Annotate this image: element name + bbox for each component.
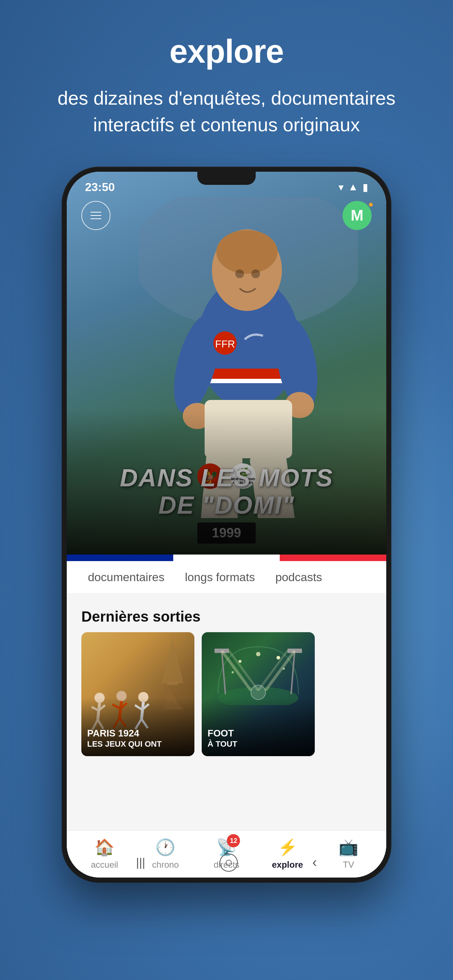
svg-rect-38 [167, 681, 178, 685]
card-foot[interactable]: FOOT À TOUT [202, 632, 315, 756]
recent-apps-icon[interactable]: ||| [136, 856, 145, 869]
battery-icon: ▮ [362, 181, 368, 193]
status-time: 23:50 [85, 180, 115, 194]
card-paris-title-line1: PARIS 1924 [87, 728, 188, 739]
card-paris-text: PARIS 1924 LES JEUX QUI ONT [87, 728, 188, 748]
tab-longs-formats[interactable]: longs formats [175, 567, 265, 588]
hero-image: 23:50 ▾ ▲ ▮ [67, 172, 386, 555]
svg-point-52 [239, 660, 241, 663]
card-foot-title-line1: FOOT [207, 728, 309, 739]
french-flag-stripe [67, 555, 386, 561]
menu-line-3 [91, 218, 101, 219]
svg-line-47 [222, 651, 251, 690]
cards-grid: PARIS 1924 LES JEUX QUI ONT [67, 632, 386, 756]
hamburger-icon [91, 212, 101, 219]
svg-point-51 [251, 685, 266, 700]
svg-line-48 [229, 651, 258, 690]
menu-line-1 [91, 212, 101, 213]
card-paris1924[interactable]: PARIS 1924 LES JEUX QUI ONT [81, 632, 195, 756]
nav-tabs: documentaires longs formats podcasts [67, 561, 386, 594]
screen: 23:50 ▾ ▲ ▮ [67, 172, 386, 878]
page-subtitle: des dizaines d'enquêtes, documentaires i… [0, 85, 453, 138]
m-badge[interactable]: M [343, 201, 372, 230]
svg-line-49 [266, 651, 295, 690]
phone-system-nav: ||| ○ ‹ [62, 853, 391, 872]
hero-overlay [67, 409, 386, 555]
phone-inner: 23:50 ▾ ▲ ▮ [67, 172, 386, 878]
svg-marker-37 [161, 638, 183, 683]
flag-red [280, 555, 386, 561]
svg-point-55 [283, 668, 285, 670]
back-button-icon[interactable]: ‹ [312, 854, 317, 870]
tab-podcasts[interactable]: podcasts [265, 567, 332, 588]
section-title: Dernières sorties [67, 594, 386, 632]
tab-documentaires[interactable]: documentaires [78, 567, 175, 588]
page-title: explore [169, 33, 283, 70]
stadium-lights-icon [211, 640, 306, 705]
page: explore des dizaines d'enquêtes, documen… [0, 0, 453, 882]
menu-button[interactable] [81, 201, 110, 230]
menu-line-2 [91, 215, 101, 216]
content-area: Dernières sorties [67, 594, 386, 830]
notch [197, 172, 256, 185]
svg-line-50 [258, 651, 287, 690]
svg-point-4 [235, 269, 244, 278]
svg-point-53 [276, 656, 280, 660]
card-paris-title-line2: LES JEUX QUI ONT [87, 740, 188, 749]
phone-frame: 23:50 ▾ ▲ ▮ [62, 167, 391, 882]
home-button-icon[interactable]: ○ [220, 853, 238, 872]
svg-point-5 [251, 269, 260, 278]
wifi-icon: ▾ [338, 181, 344, 193]
svg-text:FFR: FFR [215, 338, 235, 350]
svg-point-56 [256, 652, 260, 656]
flag-white [173, 555, 280, 561]
svg-point-54 [231, 671, 234, 673]
signal-icon: ▲ [348, 181, 358, 193]
card-foot-text: FOOT À TOUT [207, 728, 309, 748]
flag-blue [67, 555, 173, 561]
card-foot-title-line2: À TOUT [207, 740, 309, 749]
status-icons: ▾ ▲ ▮ [338, 181, 368, 193]
svg-point-3 [216, 230, 278, 274]
directs-badge: 12 [227, 834, 240, 847]
